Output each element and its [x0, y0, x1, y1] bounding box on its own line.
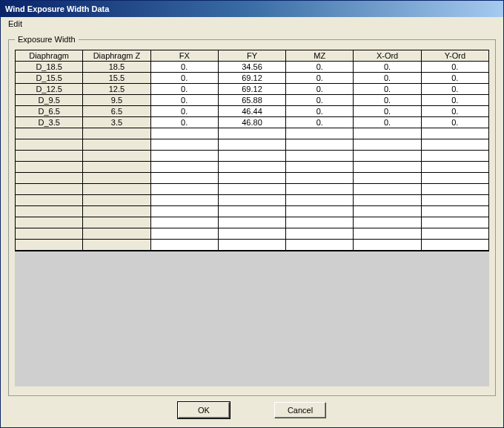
cell-z[interactable]: 12.5 — [83, 84, 150, 95]
cell-empty[interactable] — [16, 184, 83, 195]
cell-mz[interactable]: 0. — [286, 84, 354, 95]
cell-x[interactable]: 0. — [354, 73, 421, 84]
cell-empty[interactable] — [286, 173, 354, 184]
cell-empty[interactable] — [286, 128, 354, 139]
cell-empty[interactable] — [421, 151, 488, 162]
cell-empty[interactable] — [83, 206, 150, 217]
cell-empty[interactable] — [421, 228, 488, 240]
cell-empty[interactable] — [16, 151, 83, 162]
cell-empty[interactable] — [354, 206, 421, 217]
cell-empty[interactable] — [421, 128, 488, 139]
cell-y[interactable]: 0. — [421, 84, 488, 95]
cell-d[interactable]: D_15.5 — [16, 73, 83, 84]
table-row[interactable]: D_12.512.50.69.120.0.0. — [16, 84, 489, 95]
table-row-empty[interactable] — [16, 151, 489, 162]
table-row-empty[interactable] — [16, 139, 489, 151]
menu-edit[interactable]: Edit — [4, 19, 27, 29]
cell-mz[interactable]: 0. — [286, 73, 354, 84]
cell-empty[interactable] — [218, 184, 285, 195]
table-row[interactable]: D_18.518.50.34.560.0.0. — [16, 62, 489, 73]
cell-x[interactable]: 0. — [354, 117, 421, 128]
cell-empty[interactable] — [354, 162, 421, 173]
cell-empty[interactable] — [421, 240, 488, 251]
cell-empty[interactable] — [83, 217, 150, 228]
cell-fy[interactable]: 69.12 — [218, 84, 285, 95]
cell-empty[interactable] — [286, 162, 354, 173]
cell-fx[interactable]: 0. — [150, 106, 218, 117]
cell-d[interactable]: D_3.5 — [16, 117, 83, 128]
cell-empty[interactable] — [218, 217, 285, 228]
cell-z[interactable]: 18.5 — [83, 62, 150, 73]
col-diaphragm[interactable]: Diaphragm — [16, 50, 83, 62]
ok-button[interactable]: OK — [178, 402, 230, 418]
table-row-empty[interactable] — [16, 173, 489, 184]
cell-empty[interactable] — [16, 128, 83, 139]
col-mz[interactable]: MZ — [286, 50, 354, 62]
cell-y[interactable]: 0. — [421, 117, 488, 128]
cell-empty[interactable] — [354, 228, 421, 240]
cell-empty[interactable] — [286, 240, 354, 251]
cell-empty[interactable] — [83, 195, 150, 206]
cell-fy[interactable]: 69.12 — [218, 73, 285, 84]
cell-empty[interactable] — [354, 173, 421, 184]
cell-fx[interactable]: 0. — [150, 84, 218, 95]
cell-empty[interactable] — [421, 217, 488, 228]
cell-z[interactable]: 3.5 — [83, 117, 150, 128]
cell-empty[interactable] — [218, 195, 285, 206]
cell-fy[interactable]: 65.88 — [218, 95, 285, 106]
cell-empty[interactable] — [150, 217, 218, 228]
cell-mz[interactable]: 0. — [286, 117, 354, 128]
cell-empty[interactable] — [150, 173, 218, 184]
cell-empty[interactable] — [16, 228, 83, 240]
cell-mz[interactable]: 0. — [286, 106, 354, 117]
cell-empty[interactable] — [218, 228, 285, 240]
cell-y[interactable]: 0. — [421, 62, 488, 73]
cell-empty[interactable] — [150, 206, 218, 217]
cell-z[interactable]: 6.5 — [83, 106, 150, 117]
cell-d[interactable]: D_9.5 — [16, 95, 83, 106]
cell-empty[interactable] — [150, 195, 218, 206]
cell-empty[interactable] — [150, 162, 218, 173]
cell-empty[interactable] — [421, 184, 488, 195]
cell-empty[interactable] — [421, 139, 488, 151]
cell-empty[interactable] — [83, 240, 150, 251]
cell-empty[interactable] — [16, 162, 83, 173]
cell-empty[interactable] — [218, 240, 285, 251]
cell-empty[interactable] — [16, 139, 83, 151]
cell-fy[interactable]: 46.44 — [218, 106, 285, 117]
cell-d[interactable]: D_12.5 — [16, 84, 83, 95]
cell-empty[interactable] — [150, 184, 218, 195]
table-row-empty[interactable] — [16, 206, 489, 217]
cell-empty[interactable] — [421, 206, 488, 217]
cell-fx[interactable]: 0. — [150, 95, 218, 106]
cell-empty[interactable] — [218, 128, 285, 139]
cell-fy[interactable]: 34.56 — [218, 62, 285, 73]
cell-empty[interactable] — [83, 173, 150, 184]
cell-fx[interactable]: 0. — [150, 73, 218, 84]
cell-empty[interactable] — [354, 195, 421, 206]
cell-empty[interactable] — [150, 151, 218, 162]
cell-x[interactable]: 0. — [354, 106, 421, 117]
cell-x[interactable]: 0. — [354, 84, 421, 95]
cell-empty[interactable] — [286, 195, 354, 206]
table-row-empty[interactable] — [16, 240, 489, 251]
col-diaphragm-z[interactable]: Diaphragm Z — [83, 50, 150, 62]
cell-empty[interactable] — [83, 162, 150, 173]
cell-empty[interactable] — [421, 173, 488, 184]
cell-y[interactable]: 0. — [421, 106, 488, 117]
table-row[interactable]: D_15.515.50.69.120.0.0. — [16, 73, 489, 84]
cell-empty[interactable] — [421, 195, 488, 206]
cell-fx[interactable]: 0. — [150, 62, 218, 73]
col-fx[interactable]: FX — [150, 50, 218, 62]
col-y-ord[interactable]: Y-Ord — [421, 50, 488, 62]
cell-empty[interactable] — [16, 206, 83, 217]
cell-empty[interactable] — [218, 162, 285, 173]
cell-mz[interactable]: 0. — [286, 62, 354, 73]
cell-empty[interactable] — [286, 139, 354, 151]
col-x-ord[interactable]: X-Ord — [354, 50, 421, 62]
cell-empty[interactable] — [83, 228, 150, 240]
cell-empty[interactable] — [16, 195, 83, 206]
cell-empty[interactable] — [83, 184, 150, 195]
cell-empty[interactable] — [150, 128, 218, 139]
cell-empty[interactable] — [150, 240, 218, 251]
